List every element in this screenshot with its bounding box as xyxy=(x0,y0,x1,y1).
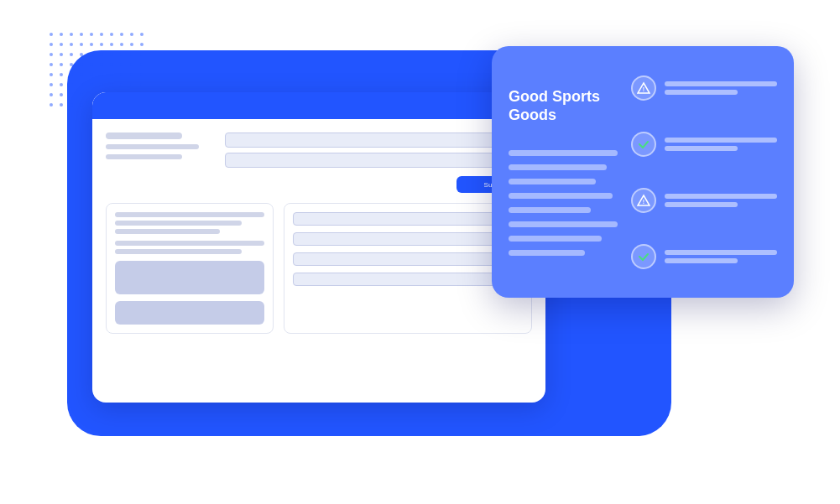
check-line-1a xyxy=(665,81,777,86)
svg-text:!: ! xyxy=(643,199,644,205)
overlay-card-title: Good Sports Goods xyxy=(509,88,618,124)
card-header-bar xyxy=(92,92,545,119)
svg-text:!: ! xyxy=(643,86,644,92)
main-browser-card: Submit xyxy=(92,92,545,403)
label-line-1 xyxy=(106,132,182,139)
overlay-line-8 xyxy=(509,250,585,256)
check-line-4a xyxy=(665,250,777,255)
text-block-1 xyxy=(115,212,264,234)
check-line-2b xyxy=(665,146,738,151)
text-line-5 xyxy=(115,249,242,254)
overlay-line-5 xyxy=(509,207,591,213)
image-placeholder-1 xyxy=(115,261,264,294)
input-field-1[interactable] xyxy=(225,132,532,148)
form-right-col: Submit xyxy=(225,132,532,193)
card-body: Submit xyxy=(92,119,545,347)
checklist-row-1: ! xyxy=(631,75,777,101)
overlay-checklist: ! xyxy=(631,63,777,281)
warning-icon-2: ! xyxy=(631,188,656,213)
success-icon-2 xyxy=(631,244,656,269)
dropdown-3[interactable]: ▾ xyxy=(293,252,523,266)
button-row: Submit xyxy=(225,176,532,193)
image-placeholder-2 xyxy=(115,301,264,325)
dropdown-2[interactable]: ▾ xyxy=(293,232,523,246)
scene: Submit xyxy=(0,0,840,504)
checklist-lines-1 xyxy=(665,81,777,95)
text-line-2 xyxy=(115,221,242,226)
checklist-lines-2 xyxy=(665,138,777,151)
overlay-left-col: Good Sports Goods xyxy=(509,63,618,281)
checklist-lines-3 xyxy=(665,194,777,207)
label-line-2 xyxy=(106,144,199,149)
overlay-line-7 xyxy=(509,236,602,242)
check-line-3b xyxy=(665,202,738,207)
warning-icon-1: ! xyxy=(631,75,656,101)
checklist-lines-4 xyxy=(665,250,777,263)
dropdown-1[interactable]: ▾ xyxy=(293,212,523,226)
check-line-4b xyxy=(665,258,738,263)
dropdown-4[interactable]: ▾ xyxy=(293,273,523,286)
input-field-2[interactable] xyxy=(225,153,532,168)
text-line-4 xyxy=(115,241,264,246)
text-block-2 xyxy=(115,241,264,254)
check-line-3a xyxy=(665,194,777,199)
text-line-1 xyxy=(115,212,264,217)
check-line-2a xyxy=(665,138,777,143)
overlay-checklist-card: Good Sports Goods ! xyxy=(492,46,794,298)
overlay-line-2 xyxy=(509,164,607,170)
checklist-row-3: ! xyxy=(631,188,777,213)
form-left-col xyxy=(106,132,215,193)
form-section: Submit xyxy=(106,132,532,193)
overlay-line-4 xyxy=(509,193,613,199)
label-line-3 xyxy=(106,154,182,159)
overlay-line-1 xyxy=(509,150,618,156)
overlay-line-6 xyxy=(509,221,618,227)
success-icon-1 xyxy=(631,132,656,157)
checklist-row-2 xyxy=(631,132,777,157)
text-line-3 xyxy=(115,229,220,234)
checklist-row-4 xyxy=(631,244,777,269)
bottom-section: ▾ ▾ ▾ ▾ xyxy=(106,203,532,334)
left-panel xyxy=(106,203,274,334)
overlay-text-lines xyxy=(509,150,618,256)
check-line-1b xyxy=(665,90,738,95)
overlay-line-3 xyxy=(509,179,596,184)
